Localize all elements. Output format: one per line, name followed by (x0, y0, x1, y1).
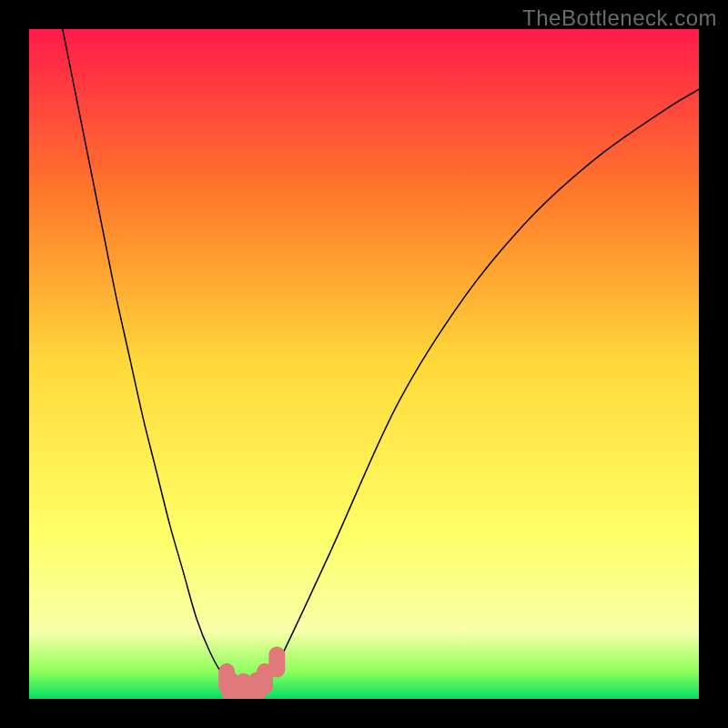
plot-svg (29, 29, 699, 699)
gradient-rect (29, 29, 699, 699)
chart-frame: TheBottleneck.com (0, 0, 728, 728)
watermark-text: TheBottleneck.com (522, 5, 717, 31)
plot-area (29, 29, 699, 699)
